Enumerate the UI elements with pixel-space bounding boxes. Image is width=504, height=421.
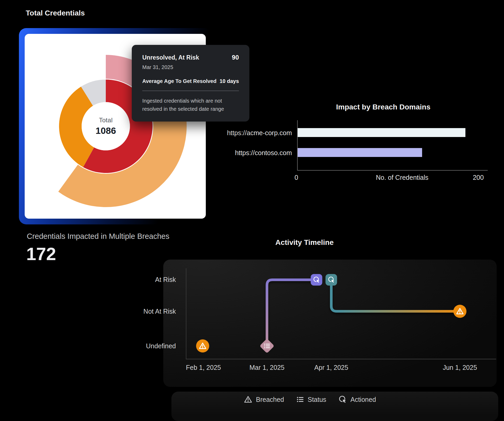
- credentials-dashboard: Total Credentials Total 1086 Unresolved,…: [0, 0, 504, 421]
- timeline-xlabel-mar: Mar 1, 2025: [235, 364, 298, 371]
- impact-tick-200: 200: [470, 174, 486, 181]
- bar-acme[interactable]: [298, 128, 465, 137]
- tooltip-description: Ingested credentials which are not resol…: [142, 97, 239, 113]
- timeline-ylabel-at-risk: At Risk: [100, 276, 176, 283]
- legend-item-status[interactable]: Status: [296, 394, 326, 405]
- timeline-legend-bar: Breached Status Actioned: [171, 392, 498, 421]
- bar-contoso[interactable]: [298, 148, 422, 157]
- legend-label-breached: Breached: [256, 396, 284, 403]
- bar-label-contoso: https://contoso.com: [205, 149, 292, 157]
- multiple-breaches-value: 172: [26, 244, 56, 264]
- impact-y-axis-line: [297, 120, 298, 171]
- cursor-click-icon: [338, 395, 347, 404]
- activity-timeline-title: Activity Timeline: [226, 238, 383, 247]
- impact-x-axis-line: [297, 170, 488, 171]
- total-credentials-title: Total Credentials: [26, 9, 85, 17]
- warning-triangle-icon: [244, 395, 252, 404]
- timeline-xlabel-jun: Jun 1, 2025: [428, 364, 491, 371]
- timeline-ylabel-undefined: Undefined: [100, 342, 176, 350]
- impact-x-axis-title: No. of Credentials: [342, 174, 463, 181]
- impact-tick-0: 0: [295, 174, 298, 181]
- tooltip-date: Mar 31, 2025: [142, 64, 239, 70]
- timeline-x-axis-line: [186, 359, 496, 359]
- timeline-ylabel-not-at-risk: Not At Risk: [100, 308, 176, 315]
- timeline-xlabel-apr: Apr 1, 2025: [300, 364, 363, 371]
- tooltip-value: 90: [232, 54, 239, 61]
- legend-label-actioned: Actioned: [350, 396, 376, 403]
- donut-tooltip: Unresolved, At Risk 90 Mar 31, 2025 Aver…: [132, 45, 249, 122]
- donut-center: Total 1086: [96, 117, 116, 136]
- impact-by-breach-domains-title: Impact by Breach Domains: [278, 103, 488, 111]
- timeline-xlabel-feb: Feb 1, 2025: [172, 364, 235, 371]
- legend-item-actioned[interactable]: Actioned: [338, 394, 376, 405]
- legend-item-breached[interactable]: Breached: [244, 394, 284, 405]
- multiple-breaches-label: Credentials Impacted in Multiple Breache…: [27, 232, 169, 241]
- list-icon: [296, 396, 304, 403]
- tooltip-divider: [142, 91, 239, 91]
- donut-total-label: Total: [96, 117, 116, 124]
- donut-total-value: 1086: [96, 125, 116, 136]
- timeline-y-axis-line: [186, 268, 186, 359]
- tooltip-title: Unresolved, At Risk: [142, 54, 199, 61]
- legend-label-status: Status: [308, 396, 326, 403]
- tooltip-avg-age-value: 10 days: [220, 78, 239, 84]
- tooltip-avg-age-label: Average Age To Get Resolved: [142, 78, 217, 84]
- bar-label-acme: https://acme-corp.com: [205, 129, 292, 137]
